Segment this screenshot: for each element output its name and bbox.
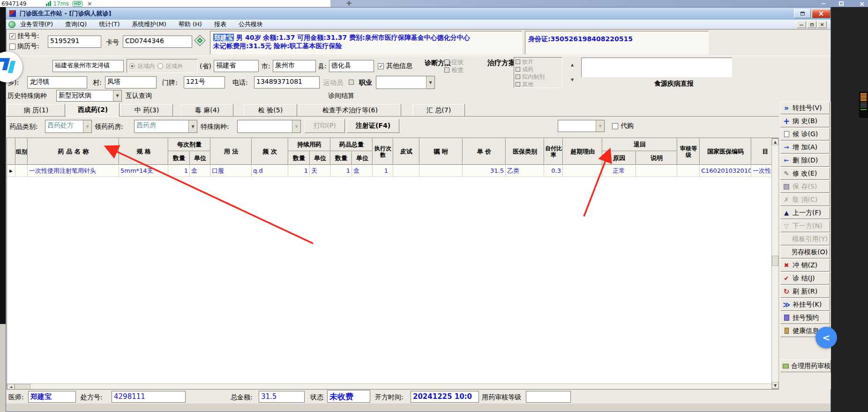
cell-overdue-reason[interactable] <box>563 165 602 177</box>
reg-no-checkbox[interactable]: ✓ <box>9 33 15 39</box>
delete-button[interactable]: ←删 除(D) <box>780 154 830 167</box>
print-button[interactable]: 打印(P) <box>305 119 345 133</box>
tab-chinese-medicine[interactable]: 中 药(3) <box>120 104 173 116</box>
card-input[interactable]: CD0744346 <box>123 36 192 48</box>
address-full-input[interactable]: 福建省泉州市龙浔镇 <box>52 60 124 72</box>
menu-item-public[interactable]: 公共模块 <box>239 20 263 29</box>
browser-close-icon[interactable]: × <box>856 0 868 7</box>
right-empty-dropdown-icon[interactable]: ▼ <box>596 120 604 132</box>
clinic-settle-link[interactable]: 诊间结算 <box>328 92 354 100</box>
city-input[interactable]: 泉州市 <box>273 60 316 72</box>
grid-row[interactable]: ▶ 一次性使用注射笔用针头 5mm*14支 1 盒 口服 q.d 1 天 1 盒… <box>7 165 779 177</box>
house-input[interactable]: 121号 <box>184 76 225 88</box>
hscroll-thumb[interactable] <box>15 384 30 390</box>
cell-insurance-code[interactable]: C1602010320100 <box>700 165 751 177</box>
notes-box[interactable] <box>581 58 732 77</box>
void-button[interactable]: ✖冲 销(Z) <box>780 259 830 272</box>
modify-button[interactable]: ✎修 改(E) <box>780 167 830 180</box>
menu-item-help[interactable]: 帮助 (H) <box>179 20 202 29</box>
cell-dur-unit[interactable]: 天 <box>310 165 330 177</box>
right-empty-combo[interactable]: ▼ <box>558 120 605 132</box>
menu-item-report[interactable]: 报表 <box>214 20 226 29</box>
mutual-query-link[interactable]: 互认查询 <box>126 92 152 100</box>
supp-reg-button[interactable]: ≫补挂号(K) <box>780 298 830 311</box>
cell-dur-qty[interactable]: 1 <box>288 165 310 177</box>
mdi-close-button[interactable]: × <box>817 21 827 28</box>
tab-western-medicine[interactable]: 西成药(2) <box>66 103 120 117</box>
tab-lab-test[interactable]: 检 验(5) <box>244 104 297 116</box>
menu-item-stats[interactable]: 统计(T) <box>99 20 120 29</box>
mdi-minimize-button[interactable]: — <box>797 21 806 28</box>
finish-visit-button[interactable]: ✔诊 结(J) <box>780 272 830 285</box>
cell-skin-test[interactable] <box>393 165 419 177</box>
record-no-checkbox[interactable] <box>9 44 15 50</box>
collapse-chevron-button[interactable]: < <box>816 327 837 348</box>
hospital-prep-checkbox[interactable] <box>516 74 520 79</box>
grid-body[interactable] <box>7 177 779 383</box>
vscroll-up-icon[interactable]: ▲ <box>772 139 778 145</box>
cell-audit-level[interactable] <box>677 165 700 177</box>
tab-close-icon[interactable]: × <box>87 0 92 7</box>
symptom-checkbox[interactable] <box>444 59 449 65</box>
cell-return-note[interactable] <box>636 165 677 177</box>
mdi-restore-button[interactable] <box>807 21 816 28</box>
pharmacy-dropdown-icon[interactable]: ▼ <box>188 120 197 132</box>
window-restore-button[interactable] <box>794 9 811 18</box>
cell-total-unit[interactable]: 盒 <box>352 165 373 177</box>
new-tab-button[interactable]: + <box>346 0 352 7</box>
browser-minimize-icon[interactable]: — <box>816 0 831 7</box>
drug-category-combo[interactable]: 西药处方 ▼ <box>45 120 92 133</box>
special-disease-dropdown-icon[interactable]: ▼ <box>292 120 300 132</box>
vscroll-thumb[interactable] <box>772 256 778 266</box>
menu-item-query[interactable]: 查询(Q) <box>65 20 87 29</box>
cell-usage[interactable]: 口服 <box>210 165 252 177</box>
other-treat-checkbox[interactable] <box>516 82 520 87</box>
reg-appointment-button[interactable]: 挂号预约 <box>780 311 830 324</box>
occupation-combo[interactable]: ▼ <box>376 76 435 89</box>
browser-tab[interactable]: 6947149 17ms HD × <box>0 0 330 7</box>
cell-return-reason[interactable]: 正常 <box>602 165 636 177</box>
prev-rx-button[interactable]: ▲上一方(F) <box>780 206 830 219</box>
injection-cert-button[interactable]: 注射证(F4) <box>347 119 399 133</box>
athlete-checkbox[interactable] <box>349 80 354 85</box>
treat-scroll-up-icon[interactable]: ▲ <box>571 63 574 67</box>
cell-insurance-type[interactable]: 乙类 <box>506 165 544 177</box>
transfer-reg-button[interactable]: »转挂号(V) <box>780 102 830 114</box>
drug-category-dropdown-icon[interactable]: ▼ <box>83 120 91 132</box>
county-input[interactable]: 德化县 <box>329 60 374 72</box>
pharmacy-combo[interactable]: 西药房 ▼ <box>134 120 197 133</box>
history-dropdown-icon[interactable]: ▼ <box>113 90 121 101</box>
proxy-purchase-checkbox[interactable] <box>612 123 618 129</box>
cell-exec-times[interactable]: 1 <box>373 165 393 177</box>
food-disease-link[interactable]: 食源疾病直报 <box>654 80 694 88</box>
phone-input[interactable]: 13489371081 <box>254 76 320 88</box>
cell-spec[interactable]: 5mm*14支 <box>119 165 168 177</box>
hscroll-left-icon[interactable]: ◄ <box>7 384 15 390</box>
town-input[interactable]: 龙浔镇 <box>27 76 87 88</box>
special-disease-combo[interactable]: ▼ <box>237 120 301 133</box>
village-input[interactable]: 凤塔 <box>105 76 157 88</box>
cell-advice[interactable] <box>419 165 463 177</box>
cell-drug-name[interactable]: 一次性使用注射笔用针头 <box>28 165 119 177</box>
rational-drug-audit-button[interactable]: 合理用药审核 <box>780 360 831 372</box>
occupation-dropdown-icon[interactable]: ▼ <box>426 76 434 88</box>
history-button[interactable]: +病 史(B) <box>780 115 830 127</box>
region-out-radio[interactable] <box>157 63 163 69</box>
menu-item-maintain[interactable]: 系统维护(M) <box>132 20 166 29</box>
cell-self-ratio[interactable]: 0.3 <box>544 165 563 177</box>
cell-freq[interactable]: q.d <box>252 165 288 177</box>
province-input[interactable]: 福建省 <box>214 60 259 72</box>
tab-medical-record[interactable]: 病 历(1) <box>7 104 65 116</box>
grid-vscrollbar[interactable]: ▲ ▼ <box>771 138 779 389</box>
patent-checkbox[interactable] <box>516 67 520 72</box>
cell-dose-unit[interactable]: 盒 <box>190 165 210 177</box>
refresh-button[interactable]: ↻刷 新(R) <box>780 285 830 298</box>
browser-restore-icon[interactable] <box>839 1 844 6</box>
herb-checkbox[interactable] <box>516 59 520 64</box>
cell-total-qty[interactable]: 1 <box>330 165 352 177</box>
add-button[interactable]: →增 加(A) <box>780 141 830 154</box>
save-template-button[interactable]: 另存模板(O) <box>780 246 830 258</box>
history-disease-combo[interactable]: 新型冠状病 ▼ <box>56 90 122 102</box>
window-close-button[interactable]: × <box>812 9 831 18</box>
treat-scroll-down-icon[interactable]: ▼ <box>571 78 574 82</box>
